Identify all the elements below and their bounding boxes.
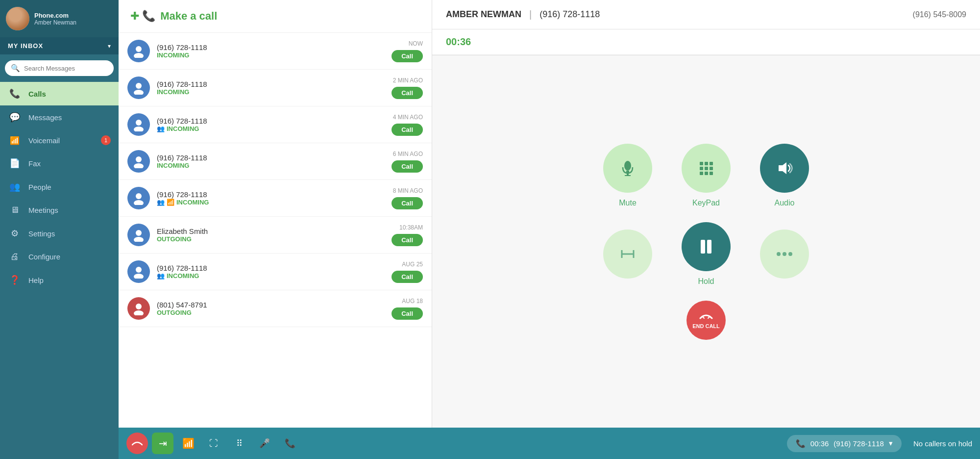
call-button[interactable]: Call bbox=[392, 124, 423, 136]
more-button[interactable] bbox=[760, 230, 809, 279]
avatar bbox=[127, 297, 150, 320]
chevron-down-icon: ▾ bbox=[889, 439, 893, 448]
svg-rect-25 bbox=[710, 167, 713, 170]
active-call-info[interactable]: 📞 00:36 (916) 728-1118 ▾ bbox=[787, 435, 902, 452]
call-name: (916) 728-1118 bbox=[157, 80, 385, 88]
phone-toolbar-button[interactable]: 📞 bbox=[279, 433, 301, 454]
audio-circle bbox=[760, 144, 809, 193]
sidebar-item-label: People bbox=[28, 183, 51, 191]
svg-point-35 bbox=[777, 252, 781, 256]
svg-point-4 bbox=[136, 120, 142, 126]
svg-rect-21 bbox=[705, 162, 708, 165]
svg-point-0 bbox=[136, 46, 142, 52]
svg-rect-34 bbox=[707, 240, 711, 254]
sidebar-item-configure[interactable]: 🖨 Configure bbox=[0, 245, 119, 268]
call-meta: 10:38AM Call bbox=[392, 224, 423, 246]
sidebar-item-meetings[interactable]: 🖥 Meetings bbox=[0, 199, 119, 222]
avatar bbox=[127, 187, 150, 209]
svg-point-14 bbox=[136, 304, 142, 309]
call-timer: 00:36 bbox=[446, 36, 471, 48]
call-button[interactable]: Call bbox=[392, 160, 423, 173]
logout-button[interactable]: ⇥ bbox=[152, 433, 173, 454]
brand-name: Phone.com bbox=[34, 12, 76, 19]
avatar bbox=[127, 113, 150, 136]
configure-icon: 🖨 bbox=[8, 252, 22, 262]
svg-point-11 bbox=[134, 237, 144, 242]
keypad-toolbar-button[interactable]: ⠿ bbox=[228, 433, 250, 454]
call-info: (916) 728-1118 👥 INCOMING bbox=[157, 117, 385, 132]
call-list-panel: ✚ 📞 Make a call (916) 728-1118 INCOMING bbox=[119, 0, 432, 428]
sidebar-item-label: Configure bbox=[28, 253, 60, 261]
controls-row-1: Mute bbox=[603, 144, 809, 207]
hold-button[interactable]: Hold bbox=[682, 222, 731, 286]
svg-rect-27 bbox=[705, 172, 708, 175]
svg-point-6 bbox=[136, 156, 142, 162]
call-info: (916) 728-1118 INCOMING bbox=[157, 43, 385, 59]
expand-button[interactable]: ⛶ bbox=[203, 433, 224, 454]
call-name: Elizabeth Smith bbox=[157, 227, 385, 235]
inbox-selector[interactable]: MY INBOX ▾ bbox=[0, 37, 119, 54]
avatar bbox=[127, 150, 150, 173]
keypad-button[interactable]: KeyPad bbox=[682, 144, 731, 207]
divider: | bbox=[529, 9, 532, 20]
sidebar-item-fax[interactable]: 📄 Fax bbox=[0, 152, 119, 175]
call-button[interactable]: Call bbox=[392, 307, 423, 320]
mute-circle bbox=[603, 144, 652, 193]
call-button[interactable]: Call bbox=[392, 87, 423, 99]
sidebar-item-calls[interactable]: 📞 Calls bbox=[0, 82, 119, 105]
sidebar-item-people[interactable]: 👥 People bbox=[0, 175, 119, 199]
svg-point-16 bbox=[624, 161, 631, 171]
sidebar-item-voicemail[interactable]: 📶 Voicemail 1 bbox=[0, 129, 119, 152]
table-row: (916) 728-1118 INCOMING 2 MIN AGO Call bbox=[119, 70, 432, 106]
hold-circle bbox=[682, 222, 731, 271]
call-detail-header: AMBER NEWMAN | (916) 728-1118 (916) 545-… bbox=[432, 0, 980, 29]
hold-label: Hold bbox=[698, 277, 714, 286]
call-status: 👥 📶 INCOMING bbox=[157, 199, 385, 206]
username: Amber Newman bbox=[34, 19, 76, 26]
call-status: INCOMING bbox=[157, 162, 385, 169]
hangup-button[interactable] bbox=[126, 433, 148, 454]
transfer-circle bbox=[603, 230, 652, 279]
sidebar-item-messages[interactable]: 💬 Messages bbox=[0, 105, 119, 129]
avatar bbox=[6, 7, 29, 30]
group-icon: 👥 bbox=[157, 199, 165, 206]
sidebar-header: Phone.com Amber Newman bbox=[0, 0, 119, 37]
svg-rect-22 bbox=[710, 162, 713, 165]
voicemail-icon: 📶 bbox=[8, 136, 22, 145]
call-info: (916) 728-1118 INCOMING bbox=[157, 153, 385, 169]
transfer-button[interactable] bbox=[603, 230, 652, 279]
call-button[interactable]: Call bbox=[392, 234, 423, 246]
microphone-button[interactable]: 🎤 bbox=[254, 433, 275, 454]
call-status: OUTGOING bbox=[157, 235, 385, 243]
call-meta: AUG 18 Call bbox=[392, 298, 423, 320]
end-call-button[interactable]: END CALL bbox=[686, 301, 726, 340]
call-info: (916) 728-1118 👥 📶 INCOMING bbox=[157, 190, 385, 206]
svg-rect-20 bbox=[700, 162, 703, 165]
call-info: (916) 728-1118 👥 INCOMING bbox=[157, 264, 385, 280]
keypad-label: KeyPad bbox=[692, 199, 720, 207]
search-icon: 🔍 bbox=[11, 64, 20, 73]
make-call-icon: ✚ 📞 bbox=[130, 10, 155, 23]
svg-point-5 bbox=[134, 127, 144, 131]
sidebar-item-help[interactable]: ❓ Help bbox=[0, 268, 119, 292]
svg-point-13 bbox=[134, 274, 144, 279]
search-input[interactable] bbox=[24, 65, 108, 72]
search-box[interactable]: 🔍 bbox=[5, 60, 114, 76]
panels: ✚ 📞 Make a call (916) 728-1118 INCOMING bbox=[119, 0, 980, 428]
table-row: (916) 728-1118 👥 INCOMING AUG 25 Call bbox=[119, 254, 432, 290]
inbox-label: MY INBOX bbox=[8, 42, 43, 50]
call-meta: 8 MIN AGO Call bbox=[392, 187, 423, 209]
call-button[interactable]: Call bbox=[392, 50, 423, 62]
sidebar-item-label: Voicemail bbox=[28, 136, 60, 145]
svg-point-8 bbox=[136, 193, 142, 199]
call-button[interactable]: Call bbox=[392, 197, 423, 209]
svg-point-7 bbox=[134, 163, 144, 168]
messages-icon: 💬 bbox=[8, 112, 22, 123]
sidebar-item-settings[interactable]: ⚙ Settings bbox=[0, 222, 119, 245]
mute-button[interactable]: Mute bbox=[603, 144, 652, 207]
sidebar-item-label: Meetings bbox=[28, 206, 58, 214]
call-button[interactable]: Call bbox=[392, 271, 423, 283]
audio-button[interactable]: Audio bbox=[760, 144, 809, 207]
call-phone-icon: 📞 bbox=[796, 439, 806, 448]
call-name: (916) 728-1118 bbox=[157, 153, 385, 162]
